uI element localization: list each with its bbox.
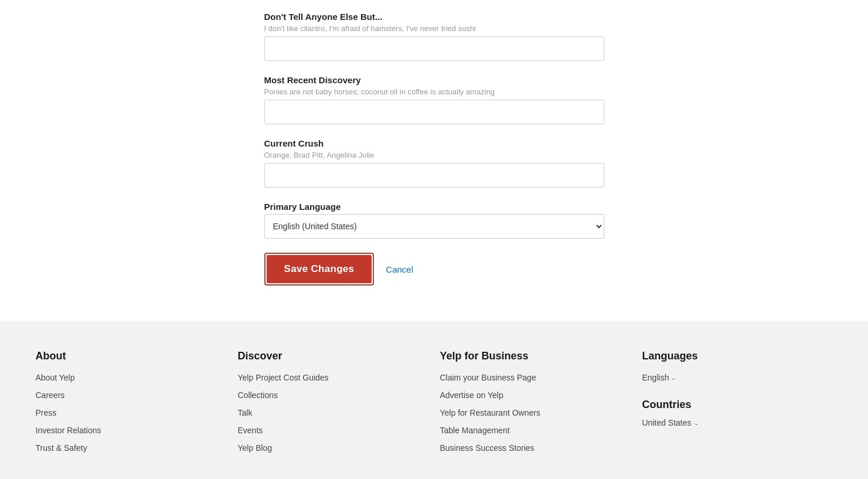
primary-language-field-group: Primary Language English (United States)… <box>264 202 604 239</box>
footer-languages-col: Languages English ⌄ Countries United Sta… <box>642 350 833 461</box>
footer-about-col: About About Yelp Careers Press Investor … <box>36 350 226 461</box>
footer-link-success-stories[interactable]: Business Success Stories <box>440 443 631 453</box>
footer-discover-col: Discover Yelp Project Cost Guides Collec… <box>238 350 428 461</box>
language-select[interactable]: English (United States) English (UK) Fre… <box>264 214 604 239</box>
footer-link-advertise[interactable]: Advertise on Yelp <box>440 390 631 400</box>
dont-tell-input[interactable] <box>264 36 604 61</box>
footer-link-table-management[interactable]: Table Management <box>440 426 631 435</box>
language-selector[interactable]: English ⌄ <box>642 373 833 382</box>
footer-link-cost-guides[interactable]: Yelp Project Cost Guides <box>238 373 428 382</box>
footer-countries-title: Countries <box>642 399 833 411</box>
footer-languages-title: Languages <box>642 350 833 362</box>
dont-tell-label: Don't Tell Anyone Else But... <box>264 12 604 22</box>
cancel-link[interactable]: Cancel <box>386 264 413 274</box>
primary-language-label: Primary Language <box>264 202 604 212</box>
main-content: Don't Tell Anyone Else But... I don't li… <box>0 0 868 321</box>
footer: About About Yelp Careers Press Investor … <box>0 321 868 479</box>
country-chevron-icon: ⌄ <box>694 420 699 426</box>
footer-link-investor-relations[interactable]: Investor Relations <box>36 426 226 435</box>
most-recent-label: Most Recent Discovery <box>264 75 604 85</box>
footer-link-yelp-blog[interactable]: Yelp Blog <box>238 443 428 453</box>
current-language-text: English <box>642 373 669 382</box>
most-recent-input[interactable] <box>264 100 604 124</box>
footer-link-events[interactable]: Events <box>238 426 428 435</box>
save-button[interactable]: Save Changes <box>267 255 372 283</box>
current-crush-field-group: Current Crush Orange, Brad Pitt, Angelin… <box>264 138 604 188</box>
save-button-wrapper: Save Changes <box>264 253 375 286</box>
footer-link-claim-business[interactable]: Claim your Business Page <box>440 373 631 382</box>
current-crush-input[interactable] <box>264 163 604 188</box>
footer-link-restaurant-owners[interactable]: Yelp for Restaurant Owners <box>440 408 631 417</box>
footer-discover-title: Discover <box>238 350 428 362</box>
footer-link-trust-safety[interactable]: Trust & Safety <box>36 443 226 453</box>
footer-grid: About About Yelp Careers Press Investor … <box>36 350 833 461</box>
current-crush-hint: Orange, Brad Pitt, Angelina Jolie <box>264 151 604 159</box>
country-selector[interactable]: United States ⌄ <box>642 418 833 427</box>
current-crush-label: Current Crush <box>264 138 604 148</box>
footer-link-about-yelp[interactable]: About Yelp <box>36 373 226 382</box>
most-recent-hint: Ponies are not baby horses; coconut oil … <box>264 87 604 96</box>
dont-tell-field-group: Don't Tell Anyone Else But... I don't li… <box>264 12 604 61</box>
footer-link-careers[interactable]: Careers <box>36 390 226 400</box>
most-recent-field-group: Most Recent Discovery Ponies are not bab… <box>264 75 604 124</box>
footer-business-col: Yelp for Business Claim your Business Pa… <box>440 350 631 461</box>
dont-tell-hint: I don't like cilantro, I'm afraid of ham… <box>264 24 604 33</box>
footer-business-title: Yelp for Business <box>440 350 631 362</box>
current-country-text: United States <box>642 418 692 427</box>
footer-link-talk[interactable]: Talk <box>238 408 428 417</box>
form-container: Don't Tell Anyone Else But... I don't li… <box>253 12 616 286</box>
footer-link-collections[interactable]: Collections <box>238 390 428 400</box>
actions-row: Save Changes Cancel <box>264 253 604 286</box>
footer-link-press[interactable]: Press <box>36 408 226 417</box>
footer-about-title: About <box>36 350 226 362</box>
language-chevron-icon: ⌄ <box>671 375 676 381</box>
